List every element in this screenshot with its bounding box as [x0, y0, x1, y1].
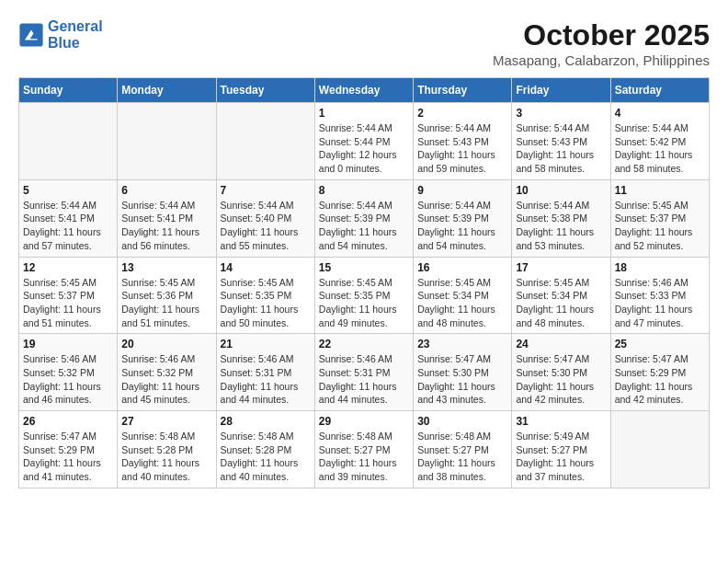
day-number: 16: [417, 261, 507, 274]
calendar-cell: 15Sunrise: 5:45 AM Sunset: 5:35 PM Dayli…: [314, 257, 413, 334]
logo: General Blue: [18, 18, 103, 51]
calendar-week-row: 19Sunrise: 5:46 AM Sunset: 5:32 PM Dayli…: [19, 334, 710, 411]
calendar-cell: 3Sunrise: 5:44 AM Sunset: 5:43 PM Daylig…: [512, 103, 610, 180]
calendar-week-row: 12Sunrise: 5:45 AM Sunset: 5:37 PM Dayli…: [19, 257, 710, 334]
logo-icon: [18, 22, 44, 48]
day-number: 31: [516, 415, 606, 428]
day-number: 23: [417, 338, 507, 350]
logo-text: General Blue: [48, 18, 103, 51]
calendar-cell: [19, 103, 118, 180]
day-info: Sunrise: 5:44 AM Sunset: 5:39 PM Dayligh…: [417, 199, 507, 253]
day-number: 26: [23, 415, 113, 428]
calendar-cell: 27Sunrise: 5:48 AM Sunset: 5:28 PM Dayli…: [118, 411, 216, 488]
day-number: 24: [516, 338, 606, 350]
calendar-cell: [610, 411, 709, 488]
calendar-cell: 9Sunrise: 5:44 AM Sunset: 5:39 PM Daylig…: [414, 179, 512, 257]
day-info: Sunrise: 5:45 AM Sunset: 5:35 PM Dayligh…: [319, 276, 409, 330]
day-number: 5: [23, 184, 113, 197]
weekday-header-monday: Monday: [118, 78, 216, 103]
day-info: Sunrise: 5:46 AM Sunset: 5:32 PM Dayligh…: [121, 352, 211, 407]
calendar-cell: 7Sunrise: 5:44 AM Sunset: 5:40 PM Daylig…: [216, 179, 314, 257]
day-info: Sunrise: 5:46 AM Sunset: 5:31 PM Dayligh…: [319, 352, 409, 407]
calendar-cell: 5Sunrise: 5:44 AM Sunset: 5:41 PM Daylig…: [19, 179, 118, 257]
calendar-cell: 26Sunrise: 5:47 AM Sunset: 5:29 PM Dayli…: [19, 411, 118, 488]
location: Masapang, Calabarzon, Philippines: [493, 52, 710, 68]
calendar-cell: 21Sunrise: 5:46 AM Sunset: 5:31 PM Dayli…: [216, 334, 314, 411]
day-info: Sunrise: 5:46 AM Sunset: 5:33 PM Dayligh…: [615, 276, 705, 330]
calendar-cell: 4Sunrise: 5:44 AM Sunset: 5:42 PM Daylig…: [610, 103, 709, 180]
day-info: Sunrise: 5:48 AM Sunset: 5:28 PM Dayligh…: [221, 430, 311, 484]
day-number: 14: [221, 261, 311, 274]
calendar-cell: 22Sunrise: 5:46 AM Sunset: 5:31 PM Dayli…: [314, 334, 413, 411]
day-number: 21: [221, 338, 311, 350]
day-number: 19: [23, 338, 113, 350]
day-info: Sunrise: 5:47 AM Sunset: 5:29 PM Dayligh…: [615, 352, 705, 407]
day-info: Sunrise: 5:47 AM Sunset: 5:29 PM Dayligh…: [23, 430, 113, 484]
calendar-cell: 2Sunrise: 5:44 AM Sunset: 5:43 PM Daylig…: [414, 103, 512, 180]
calendar-cell: 20Sunrise: 5:46 AM Sunset: 5:32 PM Dayli…: [118, 334, 216, 411]
calendar-cell: 25Sunrise: 5:47 AM Sunset: 5:29 PM Dayli…: [610, 334, 709, 411]
day-number: 9: [417, 184, 507, 197]
day-number: 8: [319, 184, 409, 197]
day-number: 13: [121, 261, 211, 274]
calendar-cell: 13Sunrise: 5:45 AM Sunset: 5:36 PM Dayli…: [118, 257, 216, 334]
weekday-header-sunday: Sunday: [19, 78, 118, 103]
day-number: 12: [23, 261, 113, 274]
day-info: Sunrise: 5:44 AM Sunset: 5:41 PM Dayligh…: [121, 199, 211, 253]
day-number: 22: [319, 338, 409, 350]
weekday-header-row: SundayMondayTuesdayWednesdayThursdayFrid…: [19, 78, 710, 103]
calendar-week-row: 5Sunrise: 5:44 AM Sunset: 5:41 PM Daylig…: [19, 179, 710, 257]
calendar-cell: [118, 103, 216, 180]
day-info: Sunrise: 5:45 AM Sunset: 5:37 PM Dayligh…: [23, 276, 113, 330]
calendar-cell: 10Sunrise: 5:44 AM Sunset: 5:38 PM Dayli…: [512, 179, 610, 257]
day-info: Sunrise: 5:48 AM Sunset: 5:27 PM Dayligh…: [319, 430, 409, 484]
day-number: 17: [516, 261, 606, 274]
calendar-cell: 18Sunrise: 5:46 AM Sunset: 5:33 PM Dayli…: [610, 257, 709, 334]
day-number: 1: [319, 107, 409, 120]
day-info: Sunrise: 5:47 AM Sunset: 5:30 PM Dayligh…: [516, 352, 606, 407]
day-info: Sunrise: 5:45 AM Sunset: 5:35 PM Dayligh…: [221, 276, 311, 330]
day-info: Sunrise: 5:44 AM Sunset: 5:43 PM Dayligh…: [516, 121, 606, 176]
calendar-cell: 6Sunrise: 5:44 AM Sunset: 5:41 PM Daylig…: [118, 179, 216, 257]
day-number: 2: [417, 107, 507, 120]
calendar-cell: 17Sunrise: 5:45 AM Sunset: 5:34 PM Dayli…: [512, 257, 610, 334]
day-info: Sunrise: 5:48 AM Sunset: 5:27 PM Dayligh…: [417, 430, 507, 484]
calendar-cell: 19Sunrise: 5:46 AM Sunset: 5:32 PM Dayli…: [19, 334, 118, 411]
day-info: Sunrise: 5:44 AM Sunset: 5:43 PM Dayligh…: [417, 121, 507, 176]
day-info: Sunrise: 5:46 AM Sunset: 5:31 PM Dayligh…: [221, 352, 311, 407]
day-number: 15: [319, 261, 409, 274]
day-number: 3: [516, 107, 606, 120]
day-info: Sunrise: 5:44 AM Sunset: 5:41 PM Dayligh…: [23, 199, 113, 253]
weekday-header-wednesday: Wednesday: [314, 78, 413, 103]
calendar-cell: 8Sunrise: 5:44 AM Sunset: 5:39 PM Daylig…: [314, 179, 413, 257]
calendar-cell: 23Sunrise: 5:47 AM Sunset: 5:30 PM Dayli…: [414, 334, 512, 411]
calendar-cell: 12Sunrise: 5:45 AM Sunset: 5:37 PM Dayli…: [19, 257, 118, 334]
day-info: Sunrise: 5:45 AM Sunset: 5:36 PM Dayligh…: [121, 276, 211, 330]
day-info: Sunrise: 5:44 AM Sunset: 5:44 PM Dayligh…: [319, 121, 409, 176]
day-number: 20: [121, 338, 211, 350]
calendar-cell: [216, 103, 314, 180]
calendar-table: SundayMondayTuesdayWednesdayThursdayFrid…: [18, 77, 710, 488]
calendar-cell: 16Sunrise: 5:45 AM Sunset: 5:34 PM Dayli…: [414, 257, 512, 334]
day-info: Sunrise: 5:45 AM Sunset: 5:34 PM Dayligh…: [417, 276, 507, 330]
day-number: 28: [221, 415, 311, 428]
calendar-week-row: 1Sunrise: 5:44 AM Sunset: 5:44 PM Daylig…: [19, 103, 710, 180]
day-info: Sunrise: 5:44 AM Sunset: 5:42 PM Dayligh…: [615, 121, 705, 176]
day-number: 4: [615, 107, 705, 120]
day-info: Sunrise: 5:45 AM Sunset: 5:34 PM Dayligh…: [516, 276, 606, 330]
day-info: Sunrise: 5:44 AM Sunset: 5:40 PM Dayligh…: [221, 199, 311, 253]
calendar-cell: 1Sunrise: 5:44 AM Sunset: 5:44 PM Daylig…: [314, 103, 413, 180]
day-info: Sunrise: 5:47 AM Sunset: 5:30 PM Dayligh…: [417, 352, 507, 407]
day-number: 25: [615, 338, 705, 350]
day-info: Sunrise: 5:49 AM Sunset: 5:27 PM Dayligh…: [516, 430, 606, 484]
calendar-cell: 29Sunrise: 5:48 AM Sunset: 5:27 PM Dayli…: [314, 411, 413, 488]
day-info: Sunrise: 5:44 AM Sunset: 5:38 PM Dayligh…: [516, 199, 606, 253]
calendar-cell: 14Sunrise: 5:45 AM Sunset: 5:35 PM Dayli…: [216, 257, 314, 334]
calendar-cell: 28Sunrise: 5:48 AM Sunset: 5:28 PM Dayli…: [216, 411, 314, 488]
calendar-cell: 31Sunrise: 5:49 AM Sunset: 5:27 PM Dayli…: [512, 411, 610, 488]
day-number: 11: [615, 184, 705, 197]
day-number: 6: [121, 184, 211, 197]
day-info: Sunrise: 5:48 AM Sunset: 5:28 PM Dayligh…: [121, 430, 211, 484]
weekday-header-thursday: Thursday: [414, 78, 512, 103]
calendar-cell: 24Sunrise: 5:47 AM Sunset: 5:30 PM Dayli…: [512, 334, 610, 411]
